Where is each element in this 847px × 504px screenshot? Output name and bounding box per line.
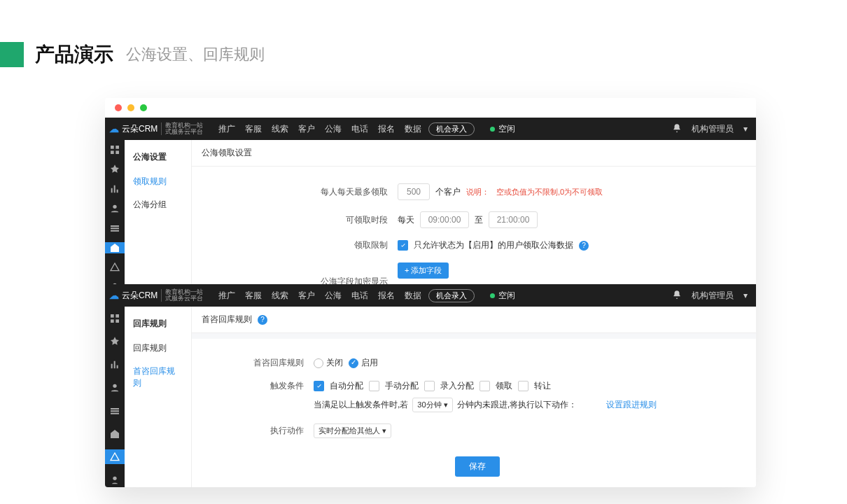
iconbar-item[interactable] — [105, 334, 125, 349]
bell-icon[interactable] — [672, 123, 682, 135]
svg-rect-0 — [111, 146, 114, 149]
iconbar-item[interactable] — [105, 426, 125, 441]
content-panel: 公海领取设置 每人每天最多领取 个客户 说明： 空或负值为不限制,0为不可领取 … — [192, 140, 756, 286]
cloud-icon: ☁ — [109, 290, 119, 301]
user-name[interactable]: 机构管理员 — [692, 290, 734, 302]
row-max-claim: 每人每天最多领取 个客户 说明： 空或负值为不限制,0为不可领取 — [304, 178, 735, 206]
iconbar-item[interactable] — [105, 183, 125, 195]
iconbar-item-active[interactable] — [105, 449, 125, 464]
iconbar-item[interactable] — [105, 164, 125, 175]
close-dot[interactable] — [115, 104, 122, 111]
nav-item[interactable]: 报名 — [378, 290, 395, 302]
set-followup-link[interactable]: 设置跟进规则 — [606, 399, 657, 411]
side-item[interactable]: 领取规则 — [125, 170, 191, 193]
add-field-button[interactable]: + 添加字段 — [398, 262, 449, 279]
nav-item[interactable]: 线索 — [272, 123, 288, 135]
action-select[interactable]: 实时分配给其他人 ▾ — [314, 424, 391, 438]
nav-item[interactable]: 电话 — [351, 290, 368, 302]
topbar: ☁ 云朵CRM 教育机构一站式服务云平台 推广 客服 线索 客户 公海 电话 报… — [105, 284, 756, 307]
status-indicator: 空闲 — [490, 123, 515, 135]
browser-window: ☁ 云朵CRM 教育机构一站式服务云平台 推广 客服 线索 客户 公海 电话 报… — [105, 98, 756, 487]
nav-item[interactable]: 数据 — [405, 123, 421, 135]
iconbar-item[interactable] — [105, 311, 125, 326]
note-text: 空或负值为不限制,0为不可领取 — [496, 187, 603, 197]
row-claim-limit: 领取限制 只允许状态为【启用】的用户领取公海数据 ? — [304, 234, 735, 257]
side-panel: 回库规则 回库规则 首咨回库规则 — [125, 307, 192, 487]
chevron-down-icon[interactable]: ▾ — [743, 124, 748, 134]
svg-rect-9 — [115, 319, 119, 323]
nav-item[interactable]: 客服 — [245, 290, 262, 302]
side-item[interactable]: 公海分组 — [125, 193, 191, 216]
nav-item[interactable]: 公海 — [325, 123, 342, 135]
row-encrypt-fields: 公海字段加密显示 + 添加字段 ≡ 手机号码 × — [304, 257, 735, 286]
iconbar-item[interactable] — [105, 403, 125, 418]
svg-point-11 — [113, 476, 116, 479]
trigger-opt[interactable] — [314, 381, 324, 391]
zoom-dot[interactable] — [140, 104, 147, 111]
iconbar — [105, 140, 125, 286]
iconbar-item[interactable] — [105, 380, 125, 395]
nav-item[interactable]: 客户 — [298, 290, 315, 302]
nav-item[interactable]: 数据 — [405, 290, 421, 302]
content-title: 首咨回库规则 ? — [192, 307, 756, 333]
topbar: ☁ 云朵CRM 教育机构一站式服务云平台 推广 客服 线索 客户 公海 电话 报… — [105, 118, 756, 140]
nav-item[interactable]: 公海 — [325, 290, 342, 302]
side-panel: 公海设置 领取规则 公海分组 — [125, 140, 192, 286]
app-window-2: ☁ 云朵CRM 教育机构一站式服务云平台 推广 客服 线索 客户 公海 电话 报… — [105, 284, 756, 487]
trigger-opt[interactable] — [479, 381, 490, 391]
trigger-opt[interactable] — [518, 381, 528, 391]
nav-links: 推广 客服 线索 客户 公海 电话 报名 数据 — [218, 290, 421, 302]
unit-label: 个客户 — [435, 186, 461, 198]
svg-rect-8 — [111, 319, 114, 323]
nav-item[interactable]: 推广 — [218, 123, 235, 135]
max-claim-input[interactable] — [398, 183, 430, 200]
radio-on[interactable]: 启用 — [349, 357, 378, 369]
nav-links: 推广 客服 线索 客户 公海 电话 报名 数据 — [218, 123, 421, 135]
iconbar-item[interactable] — [105, 144, 125, 155]
iconbar-item[interactable] — [105, 203, 125, 214]
status-dot-icon — [490, 293, 495, 298]
iconbar-item-active[interactable] — [105, 242, 125, 253]
iconbar-item[interactable] — [105, 262, 125, 273]
minimize-dot[interactable] — [127, 104, 134, 111]
bell-icon[interactable] — [672, 290, 682, 302]
trigger-opt[interactable] — [424, 381, 435, 391]
nav-item[interactable]: 客户 — [298, 123, 315, 135]
row-time-window: 可领取时段 每天 至 — [304, 206, 735, 234]
save-button[interactable]: 保存 — [455, 456, 500, 477]
svg-point-4 — [113, 205, 116, 209]
opportunity-entry-button[interactable]: 机会录入 — [428, 289, 475, 302]
nav-item[interactable]: 推广 — [218, 290, 235, 302]
status-text: 空闲 — [498, 123, 515, 135]
opportunity-entry-button[interactable]: 机会录入 — [428, 122, 475, 136]
help-icon[interactable]: ? — [258, 315, 267, 325]
help-icon[interactable]: ? — [579, 241, 589, 251]
iconbar-item[interactable] — [105, 472, 125, 487]
iconbar-item[interactable] — [105, 357, 125, 372]
page-title: 产品演示 — [35, 41, 113, 68]
nav-item[interactable]: 电话 — [351, 123, 368, 135]
cloud-icon: ☁ — [109, 123, 119, 134]
radio-off[interactable]: 关闭 — [314, 357, 343, 369]
logo-sub: 教育机构一站式服务云平台 — [161, 122, 203, 135]
chevron-down-icon[interactable]: ▾ — [743, 290, 748, 300]
page-subtitle: 公海设置、回库规则 — [126, 44, 265, 65]
svg-rect-2 — [111, 150, 114, 154]
nav-item[interactable]: 线索 — [272, 290, 288, 302]
side-item[interactable]: 首咨回库规则 — [125, 360, 191, 395]
nav-item[interactable]: 客服 — [245, 123, 262, 135]
minutes-select[interactable]: 30分钟 ▾ — [412, 398, 452, 412]
row-rule-toggle: 首咨回库规则 关闭 启用 — [220, 351, 735, 374]
side-panel-title: 公海设置 — [125, 148, 191, 170]
iconbar-item[interactable] — [105, 223, 125, 234]
trigger-opt[interactable] — [369, 381, 379, 391]
logo[interactable]: ☁ 云朵CRM 教育机构一站式服务云平台 — [105, 289, 209, 302]
logo[interactable]: ☁ 云朵CRM 教育机构一站式服务云平台 — [105, 122, 209, 135]
time-to-input[interactable] — [489, 211, 538, 228]
content-title: 公海领取设置 — [192, 140, 756, 167]
time-from-input[interactable] — [420, 211, 469, 228]
allow-enabled-checkbox[interactable] — [398, 240, 408, 251]
nav-item[interactable]: 报名 — [378, 123, 395, 135]
side-item[interactable]: 回库规则 — [125, 337, 191, 360]
user-name[interactable]: 机构管理员 — [692, 123, 734, 135]
